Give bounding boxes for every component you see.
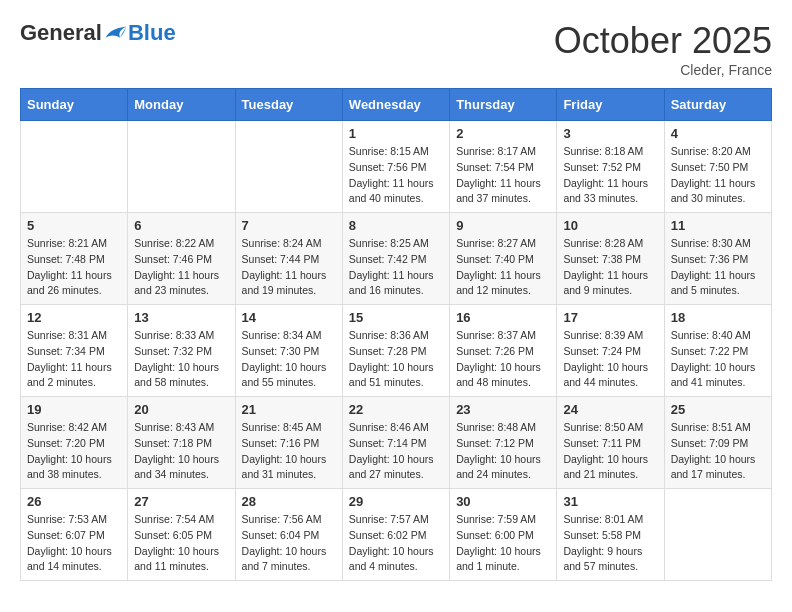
day-info: Sunrise: 8:36 AMSunset: 7:28 PMDaylight:… [349, 328, 443, 391]
day-info: Sunrise: 8:27 AMSunset: 7:40 PMDaylight:… [456, 236, 550, 299]
calendar-cell [235, 121, 342, 213]
day-number: 24 [563, 402, 657, 417]
day-number: 25 [671, 402, 765, 417]
day-info: Sunrise: 8:01 AMSunset: 5:58 PMDaylight:… [563, 512, 657, 575]
day-info: Sunrise: 8:21 AMSunset: 7:48 PMDaylight:… [27, 236, 121, 299]
day-number: 12 [27, 310, 121, 325]
day-info: Sunrise: 8:39 AMSunset: 7:24 PMDaylight:… [563, 328, 657, 391]
day-info: Sunrise: 8:20 AMSunset: 7:50 PMDaylight:… [671, 144, 765, 207]
day-number: 26 [27, 494, 121, 509]
calendar-cell: 10Sunrise: 8:28 AMSunset: 7:38 PMDayligh… [557, 213, 664, 305]
logo-bird-icon [104, 23, 128, 43]
logo: General Blue [20, 20, 176, 46]
calendar-cell: 25Sunrise: 8:51 AMSunset: 7:09 PMDayligh… [664, 397, 771, 489]
calendar-cell: 11Sunrise: 8:30 AMSunset: 7:36 PMDayligh… [664, 213, 771, 305]
day-number: 7 [242, 218, 336, 233]
calendar-cell: 21Sunrise: 8:45 AMSunset: 7:16 PMDayligh… [235, 397, 342, 489]
day-number: 20 [134, 402, 228, 417]
day-info: Sunrise: 7:57 AMSunset: 6:02 PMDaylight:… [349, 512, 443, 575]
calendar-cell: 29Sunrise: 7:57 AMSunset: 6:02 PMDayligh… [342, 489, 449, 581]
day-number: 2 [456, 126, 550, 141]
day-info: Sunrise: 7:59 AMSunset: 6:00 PMDaylight:… [456, 512, 550, 575]
day-number: 23 [456, 402, 550, 417]
day-info: Sunrise: 7:56 AMSunset: 6:04 PMDaylight:… [242, 512, 336, 575]
day-info: Sunrise: 8:42 AMSunset: 7:20 PMDaylight:… [27, 420, 121, 483]
month-title: October 2025 [554, 20, 772, 62]
day-number: 28 [242, 494, 336, 509]
day-info: Sunrise: 8:31 AMSunset: 7:34 PMDaylight:… [27, 328, 121, 391]
title-block: October 2025 Cleder, France [554, 20, 772, 78]
calendar-cell: 23Sunrise: 8:48 AMSunset: 7:12 PMDayligh… [450, 397, 557, 489]
day-number: 9 [456, 218, 550, 233]
day-number: 22 [349, 402, 443, 417]
day-number: 14 [242, 310, 336, 325]
calendar-cell: 28Sunrise: 7:56 AMSunset: 6:04 PMDayligh… [235, 489, 342, 581]
day-number: 1 [349, 126, 443, 141]
calendar-header-row: SundayMondayTuesdayWednesdayThursdayFrid… [21, 89, 772, 121]
day-number: 19 [27, 402, 121, 417]
day-info: Sunrise: 8:24 AMSunset: 7:44 PMDaylight:… [242, 236, 336, 299]
day-number: 31 [563, 494, 657, 509]
location-subtitle: Cleder, France [554, 62, 772, 78]
calendar-cell: 24Sunrise: 8:50 AMSunset: 7:11 PMDayligh… [557, 397, 664, 489]
calendar-cell: 12Sunrise: 8:31 AMSunset: 7:34 PMDayligh… [21, 305, 128, 397]
calendar-cell: 30Sunrise: 7:59 AMSunset: 6:00 PMDayligh… [450, 489, 557, 581]
day-number: 5 [27, 218, 121, 233]
day-info: Sunrise: 8:22 AMSunset: 7:46 PMDaylight:… [134, 236, 228, 299]
calendar-week-row: 1Sunrise: 8:15 AMSunset: 7:56 PMDaylight… [21, 121, 772, 213]
day-number: 27 [134, 494, 228, 509]
calendar-cell: 15Sunrise: 8:36 AMSunset: 7:28 PMDayligh… [342, 305, 449, 397]
calendar-cell [664, 489, 771, 581]
calendar-cell: 7Sunrise: 8:24 AMSunset: 7:44 PMDaylight… [235, 213, 342, 305]
calendar-cell: 9Sunrise: 8:27 AMSunset: 7:40 PMDaylight… [450, 213, 557, 305]
day-info: Sunrise: 8:48 AMSunset: 7:12 PMDaylight:… [456, 420, 550, 483]
day-number: 29 [349, 494, 443, 509]
day-number: 17 [563, 310, 657, 325]
calendar-cell: 20Sunrise: 8:43 AMSunset: 7:18 PMDayligh… [128, 397, 235, 489]
day-info: Sunrise: 8:51 AMSunset: 7:09 PMDaylight:… [671, 420, 765, 483]
day-info: Sunrise: 7:53 AMSunset: 6:07 PMDaylight:… [27, 512, 121, 575]
day-number: 21 [242, 402, 336, 417]
day-number: 6 [134, 218, 228, 233]
day-number: 15 [349, 310, 443, 325]
day-info: Sunrise: 7:54 AMSunset: 6:05 PMDaylight:… [134, 512, 228, 575]
day-info: Sunrise: 8:15 AMSunset: 7:56 PMDaylight:… [349, 144, 443, 207]
calendar-cell [128, 121, 235, 213]
calendar-header-wednesday: Wednesday [342, 89, 449, 121]
calendar-cell: 1Sunrise: 8:15 AMSunset: 7:56 PMDaylight… [342, 121, 449, 213]
calendar-week-row: 26Sunrise: 7:53 AMSunset: 6:07 PMDayligh… [21, 489, 772, 581]
calendar-cell: 16Sunrise: 8:37 AMSunset: 7:26 PMDayligh… [450, 305, 557, 397]
calendar-cell: 22Sunrise: 8:46 AMSunset: 7:14 PMDayligh… [342, 397, 449, 489]
calendar-cell: 2Sunrise: 8:17 AMSunset: 7:54 PMDaylight… [450, 121, 557, 213]
calendar-cell: 5Sunrise: 8:21 AMSunset: 7:48 PMDaylight… [21, 213, 128, 305]
day-info: Sunrise: 8:40 AMSunset: 7:22 PMDaylight:… [671, 328, 765, 391]
calendar-header-thursday: Thursday [450, 89, 557, 121]
calendar-week-row: 19Sunrise: 8:42 AMSunset: 7:20 PMDayligh… [21, 397, 772, 489]
calendar-cell: 6Sunrise: 8:22 AMSunset: 7:46 PMDaylight… [128, 213, 235, 305]
calendar-cell: 4Sunrise: 8:20 AMSunset: 7:50 PMDaylight… [664, 121, 771, 213]
day-info: Sunrise: 8:45 AMSunset: 7:16 PMDaylight:… [242, 420, 336, 483]
day-info: Sunrise: 8:17 AMSunset: 7:54 PMDaylight:… [456, 144, 550, 207]
calendar-table: SundayMondayTuesdayWednesdayThursdayFrid… [20, 88, 772, 581]
calendar-cell [21, 121, 128, 213]
calendar-cell: 17Sunrise: 8:39 AMSunset: 7:24 PMDayligh… [557, 305, 664, 397]
day-info: Sunrise: 8:37 AMSunset: 7:26 PMDaylight:… [456, 328, 550, 391]
calendar-cell: 31Sunrise: 8:01 AMSunset: 5:58 PMDayligh… [557, 489, 664, 581]
calendar-header-friday: Friday [557, 89, 664, 121]
day-info: Sunrise: 8:30 AMSunset: 7:36 PMDaylight:… [671, 236, 765, 299]
day-info: Sunrise: 8:25 AMSunset: 7:42 PMDaylight:… [349, 236, 443, 299]
day-number: 4 [671, 126, 765, 141]
day-number: 18 [671, 310, 765, 325]
day-info: Sunrise: 8:33 AMSunset: 7:32 PMDaylight:… [134, 328, 228, 391]
day-info: Sunrise: 8:43 AMSunset: 7:18 PMDaylight:… [134, 420, 228, 483]
logo-blue-text: Blue [128, 20, 176, 46]
day-number: 8 [349, 218, 443, 233]
calendar-header-sunday: Sunday [21, 89, 128, 121]
day-info: Sunrise: 8:34 AMSunset: 7:30 PMDaylight:… [242, 328, 336, 391]
day-number: 16 [456, 310, 550, 325]
calendar-cell: 19Sunrise: 8:42 AMSunset: 7:20 PMDayligh… [21, 397, 128, 489]
calendar-cell: 13Sunrise: 8:33 AMSunset: 7:32 PMDayligh… [128, 305, 235, 397]
calendar-week-row: 5Sunrise: 8:21 AMSunset: 7:48 PMDaylight… [21, 213, 772, 305]
day-number: 11 [671, 218, 765, 233]
calendar-week-row: 12Sunrise: 8:31 AMSunset: 7:34 PMDayligh… [21, 305, 772, 397]
